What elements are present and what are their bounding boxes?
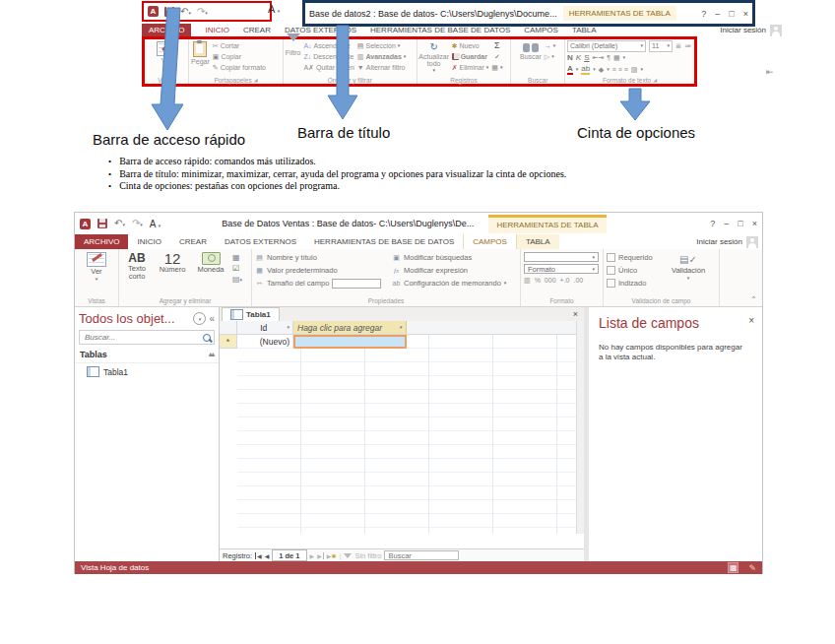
view-button[interactable]: Ver ▾ [157,40,176,76]
new-record-button[interactable]: ✱Nuevo [452,40,489,51]
dropdown-caret-icon[interactable]: ▾ [287,325,289,330]
undo-icon[interactable]: ↶▾ [114,219,125,228]
data-type-select[interactable]: ▾ [524,252,599,262]
tab-campos[interactable]: CAMPOS [524,26,558,34]
restore-button[interactable]: □ [729,9,734,19]
more-button[interactable]: ▦▾ [491,62,502,73]
sign-in-area[interactable]: Iniciar sesión [696,234,762,249]
cell-id-new[interactable]: (Nuevo) [237,335,293,349]
modify-expression-button[interactable]: fxModificar expresión [392,264,506,277]
format-select[interactable]: Formato▾ [524,264,599,274]
design-view-button[interactable]: ✎ [748,563,756,573]
gridlines-icon[interactable]: ▦ [613,54,620,61]
dialog-launcher-icon[interactable]: ◢ [653,77,657,83]
comma-format-button[interactable]: 000 [545,277,556,284]
cut-button[interactable]: ✂Cortar [213,40,266,51]
close-field-list-icon[interactable]: × [748,315,754,326]
toggle-filter-button[interactable]: ▼Alternar filtro [357,62,406,73]
view-button[interactable]: Ver ▾ [87,251,106,297]
field-size-row[interactable]: ⇿Tamaño del campo [255,277,388,290]
percent-format-button[interactable]: % [535,277,541,284]
refresh-all-button[interactable]: ↻ Actualizar todo▾ [419,40,449,76]
tab-crear[interactable]: CREAR [170,234,216,249]
next-record-button[interactable]: ▶ [310,552,315,559]
highlight-color-button[interactable]: ab [581,65,590,75]
user-avatar[interactable] [770,25,782,36]
dialog-launcher-icon[interactable]: ◢ [254,77,258,83]
vertical-scrollbar[interactable] [576,321,584,534]
close-document-icon[interactable]: × [567,307,584,321]
tab-inicio[interactable]: INICIO [205,26,228,34]
copy-button[interactable]: ▣Copiar [213,51,266,62]
yes-no-checkbox-icon[interactable]: ☑ [232,264,242,273]
redo-icon[interactable]: ↷▾ [132,219,143,228]
close-button[interactable]: × [743,9,748,19]
field-size-input[interactable] [332,279,381,289]
restore-button[interactable]: □ [738,219,742,228]
nav-pane-menu-icon[interactable]: ▾ [193,312,206,325]
short-text-button[interactable]: AB Texto corto [122,251,152,297]
new-record-selector[interactable]: * [220,335,237,349]
save-icon[interactable] [164,7,174,17]
dropdown-caret-icon[interactable]: ▾ [399,325,402,330]
memo-format-icon[interactable]: ▨ [631,66,638,73]
underline-button[interactable]: S [584,53,589,62]
remove-sort-button[interactable]: A✗Quitar orden [303,62,353,73]
selection-button[interactable]: ▤Selección▾ [357,40,406,51]
shutter-bar-icon[interactable]: « [209,313,215,324]
totals-button[interactable]: Σ [494,40,500,51]
filter-button[interactable]: Filtro [286,40,301,76]
sort-descending-button[interactable]: Z↓Descendente [303,51,353,62]
tab-campos-selected[interactable]: CAMPOS [463,234,517,249]
direction-icon[interactable]: ¶ [607,54,610,61]
first-record-button[interactable]: ◀ [255,552,262,559]
select-button[interactable]: ▷▾ [545,51,556,62]
increase-decimals-button[interactable]: +.0 [560,277,570,284]
more-fields-icon[interactable]: ▤▾ [232,275,242,284]
memo-settings-button[interactable]: abConfiguración de memorando▾ [392,277,506,290]
tab-archivo[interactable]: ARCHIVO [142,24,191,36]
user-avatar[interactable] [746,236,758,248]
default-value-button[interactable]: ▦Valor predeterminado [255,264,388,277]
tab-herramientas-bd[interactable]: HERRAMIENTAS DE BASE DE DATOS [305,234,463,249]
name-caption-button[interactable]: ▤Nombre y título [255,251,388,264]
collapse-ribbon-icon[interactable]: ⌃ [750,295,757,304]
nav-item-tabla1[interactable]: Tabla1 [75,363,219,380]
record-position[interactable]: 1 de 1 [272,549,306,561]
tab-tabla[interactable]: TABLA [572,26,597,34]
sign-in-area[interactable]: Iniciar sesión [720,25,782,36]
indexed-checkbox[interactable]: Indizado [607,277,668,290]
paste-button[interactable]: Pegar [191,40,210,76]
advanced-filter-button[interactable]: ▥Avanzadas▾ [357,51,406,62]
new-record-button[interactable]: ▶✱ [327,552,337,559]
tab-herramientas-bd[interactable]: HERRAMIENTAS DE BASE DE DATOS [370,26,510,34]
column-header-id[interactable]: Id ▾ [237,321,293,334]
access-logo-icon[interactable]: A [148,6,159,17]
record-search-input[interactable] [384,550,459,560]
help-button[interactable]: ? [710,219,715,228]
tab-datos-externos[interactable]: DATOS EXTERNOS [216,234,305,249]
tab-archivo[interactable]: ARCHIVO [75,234,128,249]
italic-button[interactable]: K [576,53,581,62]
bullets-icon[interactable]: ≣ [675,42,681,49]
find-button[interactable]: Buscar [520,40,542,76]
font-name-select[interactable]: Calibri (Detalle)▾ [567,40,646,52]
tab-crear[interactable]: CREAR [243,26,271,34]
column-header-add[interactable]: Haga clic para agregar ▾ [293,321,407,334]
number-button[interactable]: 12 Número [156,251,189,297]
qat-extra-command[interactable]: A ▾ [268,3,280,15]
font-color-button[interactable]: A [567,65,573,75]
save-icon[interactable] [97,219,107,228]
align-icons[interactable]: ≡ ≡ ≡ [612,66,628,73]
numbering-icon[interactable]: ≔ [684,42,691,49]
tab-inicio[interactable]: INICIO [128,234,169,249]
decrease-decimals-button[interactable]: .00 [573,277,583,284]
qat-extra-command[interactable]: A ▾ [150,219,161,229]
currency-button[interactable]: Moneda [193,251,228,297]
delete-record-button[interactable]: ✗Eliminar▾ [452,62,489,73]
background-color-button[interactable]: ◆ [599,66,604,73]
minimize-button[interactable]: – [724,219,729,228]
datasheet-view-button[interactable]: ▦ [728,562,739,573]
bold-button[interactable]: N [567,53,573,62]
unique-checkbox[interactable]: Único [607,264,668,277]
